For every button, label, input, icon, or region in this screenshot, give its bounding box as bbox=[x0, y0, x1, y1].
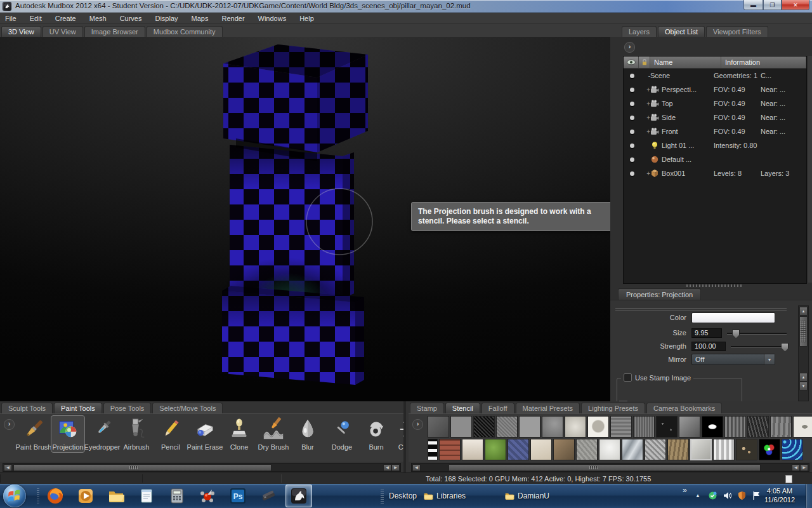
stencil-red-brick[interactable] bbox=[439, 439, 461, 460]
tool-tray-expand-button[interactable]: › bbox=[4, 419, 15, 430]
scroll-down-icon[interactable]: ▼ bbox=[799, 382, 808, 391]
stencil-black-speckle[interactable] bbox=[473, 416, 495, 438]
tab-viewport-filters[interactable]: Viewport Filters bbox=[706, 26, 768, 37]
menu-windows[interactable]: Windows bbox=[258, 15, 287, 22]
object-row-box001[interactable]: +Box001Levels: 8Layers: 3 bbox=[624, 166, 806, 180]
stencil-flat-light-gray[interactable] bbox=[519, 416, 540, 438]
expander[interactable]: + bbox=[640, 114, 650, 121]
minimize-button[interactable]: ▬ bbox=[743, 0, 763, 10]
object-row-front[interactable]: +FrontFOV: 0.49Near: ... bbox=[624, 124, 806, 138]
stencil-gray-clouds[interactable] bbox=[679, 416, 700, 438]
scrollbar-thumb[interactable] bbox=[13, 464, 272, 471]
toolbar-overflow-chevron[interactable]: » bbox=[683, 486, 687, 495]
stencil-silver-foil[interactable] bbox=[622, 439, 643, 460]
scrollbar-thumb[interactable] bbox=[449, 464, 761, 471]
object-row-light-01[interactable]: Light 01 ...Intensity: 0.80 bbox=[624, 138, 806, 152]
tool-clone[interactable]: Clone bbox=[222, 415, 256, 453]
preset-tray-scrollbar[interactable]: ◀ ◀ ▶ bbox=[411, 463, 809, 472]
stencil-dried-flowers[interactable] bbox=[736, 439, 757, 460]
taskbar-calculator[interactable] bbox=[164, 485, 190, 507]
stencil-green-grass[interactable] bbox=[485, 439, 506, 460]
stencil-parchment[interactable] bbox=[530, 439, 552, 460]
stencil-rgb-wheel[interactable] bbox=[759, 439, 780, 460]
stencil-gray-speckle[interactable] bbox=[496, 416, 518, 438]
tool-burn[interactable]: Burn bbox=[359, 415, 393, 453]
stencil-gray-bark[interactable] bbox=[770, 416, 792, 438]
menu-render[interactable]: Render bbox=[221, 15, 244, 22]
taskbar-firefox[interactable] bbox=[42, 485, 69, 507]
tray-green-app-icon[interactable] bbox=[707, 490, 717, 500]
strength-slider[interactable] bbox=[731, 342, 787, 351]
stencil-blue-denim[interactable] bbox=[508, 439, 529, 460]
visibility-dot[interactable] bbox=[630, 116, 634, 120]
stencil-pale-stone[interactable] bbox=[565, 416, 586, 438]
stencil-white-wave[interactable] bbox=[702, 416, 723, 438]
tab-camera-bookmarks[interactable]: Camera Bookmarks bbox=[646, 403, 722, 413]
scroll-right-icon[interactable]: ▶ bbox=[391, 464, 400, 471]
color-swatch[interactable] bbox=[691, 312, 775, 323]
expander[interactable]: + bbox=[640, 170, 650, 177]
tab-select-move-tools[interactable]: Select/Move Tools bbox=[152, 403, 223, 413]
mirror-dropdown[interactable]: Off ▼ bbox=[691, 354, 775, 365]
stencil-gray-marble[interactable] bbox=[690, 439, 712, 460]
user-folder-item[interactable]: DamianU bbox=[504, 484, 549, 508]
tab-paint-tools[interactable]: Paint Tools bbox=[54, 403, 102, 413]
scroll-up-icon[interactable]: ▲ bbox=[799, 307, 808, 316]
object-row-scene[interactable]: -SceneGeometries: 1C... bbox=[624, 69, 806, 83]
menu-create[interactable]: Create bbox=[55, 15, 76, 22]
menu-file[interactable]: File bbox=[5, 15, 16, 22]
use-stamp-checkbox[interactable] bbox=[624, 373, 632, 382]
expander[interactable]: + bbox=[640, 100, 650, 107]
menu-display[interactable]: Display bbox=[155, 15, 178, 22]
stencil-gray-knit[interactable] bbox=[645, 439, 666, 460]
object-row-side[interactable]: +SideFOV: 0.49Near: ... bbox=[624, 110, 806, 124]
tab-material-presets[interactable]: Material Presets bbox=[516, 403, 580, 413]
expander[interactable]: + bbox=[640, 86, 650, 93]
scroll-left-icon[interactable]: ◀ bbox=[4, 464, 12, 471]
tool-airbrush[interactable]: Airbrush bbox=[119, 415, 154, 453]
stencil-weave[interactable] bbox=[633, 416, 655, 438]
restore-button[interactable]: ❐ bbox=[763, 0, 782, 10]
object-row-top[interactable]: +TopFOV: 0.49Near: ... bbox=[624, 97, 806, 110]
taskbar-clock[interactable]: 4:05 AM 11/6/2012 bbox=[759, 486, 801, 504]
preset-tray-expand-button[interactable]: › bbox=[412, 419, 423, 430]
tab-lighting-presets[interactable]: Lighting Presets bbox=[581, 403, 645, 413]
visibility-dot[interactable] bbox=[630, 130, 634, 134]
tool-tray-scrollbar[interactable]: ◀ ◀ ▶ bbox=[3, 463, 401, 472]
taskbar-photoshop[interactable] bbox=[225, 485, 251, 507]
menu-edit[interactable]: Edit bbox=[30, 15, 42, 22]
chevron-down-icon[interactable]: ▼ bbox=[764, 354, 775, 364]
viewport-3d[interactable]: The Projection brush is designed to work… bbox=[0, 37, 610, 401]
scroll-left2-icon[interactable]: ◀ bbox=[383, 464, 391, 471]
object-row-perspecti[interactable]: +Perspecti...FOV: 0.49Near: ... bbox=[624, 83, 806, 97]
visibility-dot[interactable] bbox=[630, 102, 634, 106]
tab-3d-view[interactable]: 3D View bbox=[1, 26, 41, 37]
scrollbar-thumb[interactable] bbox=[799, 316, 808, 347]
tab-stencil[interactable]: Stencil bbox=[445, 403, 480, 413]
hidden-icons-button[interactable]: ▲ bbox=[693, 490, 703, 500]
taskbar-explorer[interactable] bbox=[103, 485, 129, 507]
object-list-scrollbar[interactable] bbox=[808, 56, 812, 283]
stencil-dark-spots[interactable] bbox=[656, 416, 678, 438]
scroll-up2-icon[interactable]: ▲ bbox=[799, 373, 808, 382]
visibility-dot[interactable] bbox=[630, 144, 634, 148]
stencil-brown-rock[interactable] bbox=[553, 439, 575, 460]
tool-blur[interactable]: Blur bbox=[291, 415, 325, 453]
expander[interactable]: + bbox=[640, 128, 650, 135]
tab-image-browser[interactable]: Image Browser bbox=[84, 26, 145, 37]
taskbar-media-player[interactable] bbox=[72, 485, 99, 507]
stencil-white-blob[interactable] bbox=[793, 416, 812, 438]
tab-object-list[interactable]: Object List bbox=[658, 26, 705, 37]
strength-slider-handle[interactable] bbox=[781, 343, 789, 352]
tool-paint-erase[interactable]: Paint Erase bbox=[188, 415, 222, 453]
tab-sculpt-tools[interactable]: Sculpt Tools bbox=[1, 403, 53, 413]
start-button[interactable] bbox=[3, 485, 26, 507]
tool-paint-brush[interactable]: Paint Brush bbox=[16, 415, 51, 453]
stencil-white-fluff[interactable] bbox=[599, 439, 620, 460]
name-column-header[interactable]: Name bbox=[650, 57, 721, 68]
title-bar[interactable]: Autodesk Mudbox 2012 x64 - Student Versi… bbox=[0, 0, 812, 13]
stencil-tan-wood[interactable] bbox=[667, 439, 689, 460]
properties-scrollbar[interactable]: ▲ ▲ ▼ bbox=[798, 305, 809, 401]
tool-dry-brush[interactable]: Dry Brush bbox=[256, 415, 291, 453]
lock-column-header[interactable] bbox=[639, 57, 650, 68]
